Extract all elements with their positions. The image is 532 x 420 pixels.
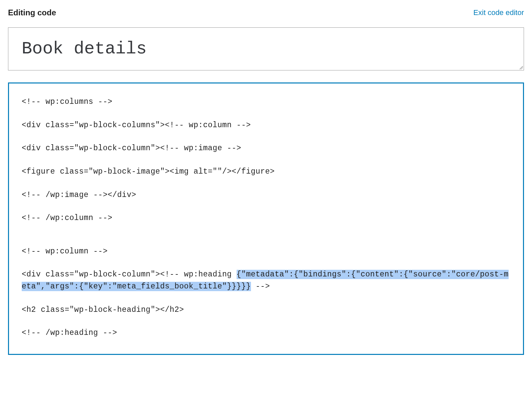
code-editor-textarea[interactable]: <!-- wp:columns --> <div class="wp-block… <box>8 82 524 355</box>
code-line: <figure class="wp-block-image"><img alt=… <box>22 166 510 178</box>
editing-code-title: Editing code <box>8 8 56 17</box>
code-line: <!-- wp:columns --> <box>22 96 510 108</box>
code-line-with-selection: <div class="wp-block-column"><!-- wp:hea… <box>22 269 510 292</box>
post-title-text: Book details <box>22 39 510 59</box>
code-line: <h2 class="wp-block-heading"></h2> <box>22 304 510 316</box>
blank-line <box>22 236 510 246</box>
exit-code-editor-link[interactable]: Exit code editor <box>473 8 524 17</box>
code-line: <div class="wp-block-columns"><!-- wp:co… <box>22 120 510 132</box>
code-text: --> <box>251 282 270 291</box>
code-line: <!-- /wp:heading --> <box>22 327 510 339</box>
editor-header: Editing code Exit code editor <box>8 8 524 17</box>
code-line: <div class="wp-block-column"><!-- wp:ima… <box>22 143 510 155</box>
code-line: <!-- /wp:column --> <box>22 212 510 224</box>
post-title-field[interactable]: Book details <box>8 27 524 70</box>
code-text: <div class="wp-block-column"><!-- wp:hea… <box>22 270 237 279</box>
code-line: <!-- /wp:image --></div> <box>22 189 510 201</box>
code-line: <!-- wp:column --> <box>22 246 510 258</box>
